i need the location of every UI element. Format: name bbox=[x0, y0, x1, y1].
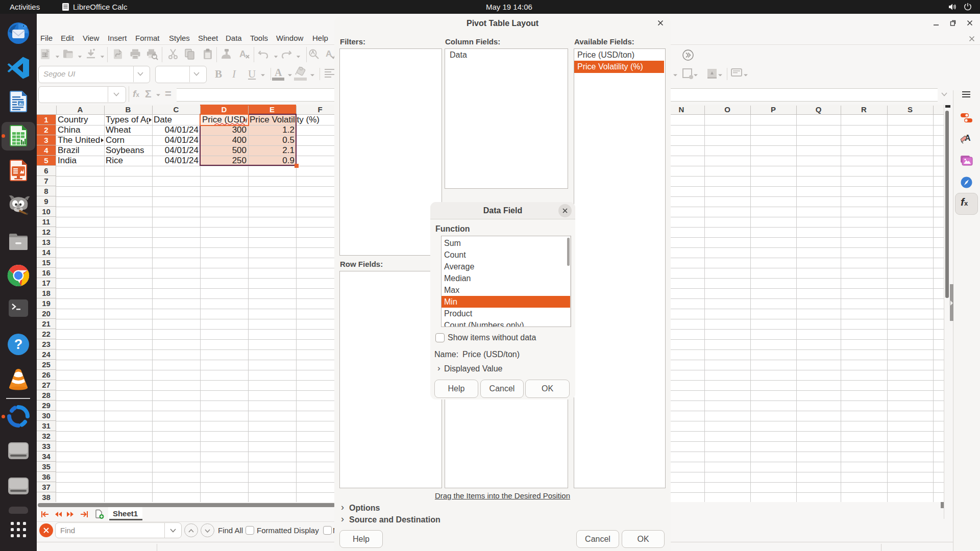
svg-text:A: A bbox=[239, 49, 246, 59]
svg-text:A: A bbox=[326, 49, 332, 59]
svg-text:?: ? bbox=[14, 337, 23, 352]
